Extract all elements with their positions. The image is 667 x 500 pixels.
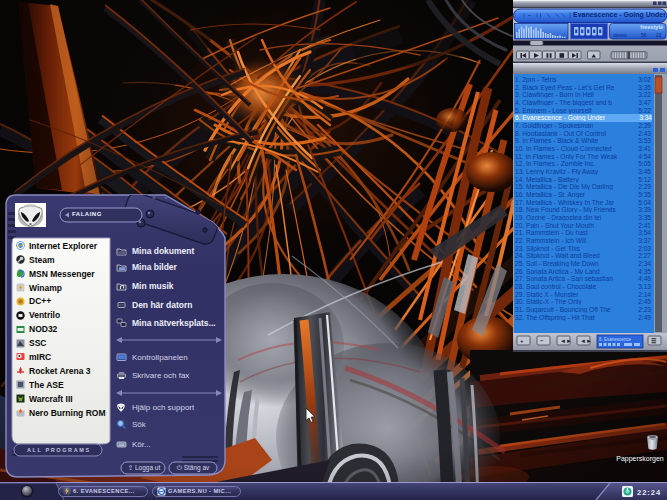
svg-text:stereo: stereo [613,32,627,38]
svg-text:◄►: ◄► [560,338,572,344]
svg-text:☰: ☰ [651,338,657,344]
svg-text:22: 22 [656,32,662,38]
svg-text:◄►: ◄► [580,338,592,344]
svg-text:6. Evanescence: 6. Evanescence [599,337,632,342]
svg-text:−: − [540,338,544,344]
svg-text:+: + [520,338,524,344]
svg-text:freestyle: freestyle [640,24,663,30]
svg-text:56: 56 [641,32,647,38]
